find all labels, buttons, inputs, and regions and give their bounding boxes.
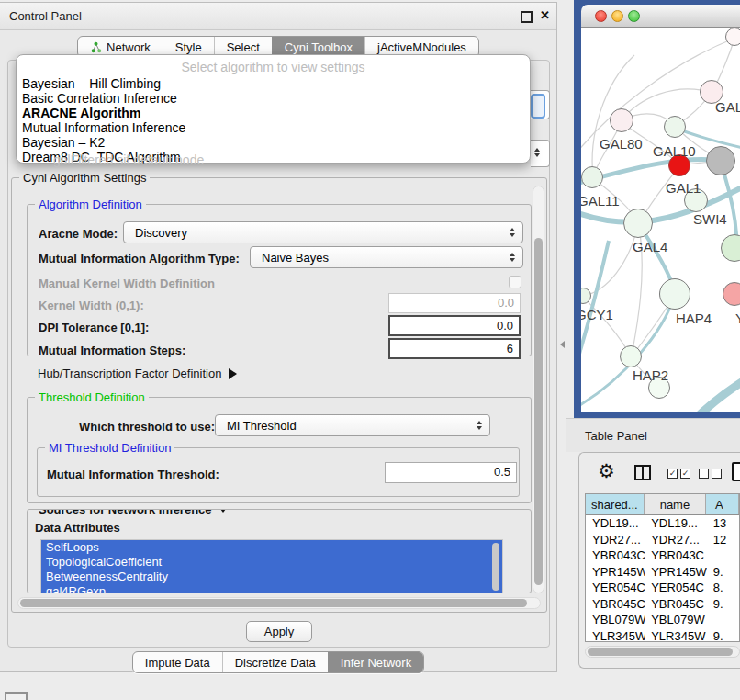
network-node[interactable] <box>581 166 603 188</box>
mi-threshold-definition-group: MI Threshold Definition Mutual Informati… <box>37 447 520 497</box>
scrollbar-thumb[interactable] <box>588 648 733 656</box>
collapse-down-icon[interactable] <box>218 509 229 513</box>
float-window-icon[interactable] <box>521 11 533 23</box>
kernel-width-field[interactable]: 0.0 <box>388 293 521 313</box>
control-panel: Control Panel ✕ Network Style Select Cyn… <box>0 2 557 672</box>
list-item[interactable]: SelfLoops <box>41 540 502 555</box>
popup-item[interactable]: Bayesian – Hill Climbing <box>22 76 161 91</box>
list-item[interactable]: TopologicalCoefficient <box>41 555 502 570</box>
cell: YER054C <box>645 580 707 596</box>
data-attributes-list[interactable]: SelfLoops TopologicalCoefficient Between… <box>40 539 503 593</box>
scrollbar-thumb[interactable] <box>534 238 543 585</box>
window-close-button[interactable] <box>595 10 607 22</box>
network-node[interactable] <box>659 278 690 310</box>
tab-style-label: Style <box>175 40 202 54</box>
network-node[interactable] <box>725 28 740 46</box>
network-node-gray[interactable] <box>706 146 735 175</box>
network-node[interactable] <box>664 116 686 138</box>
cell <box>707 548 739 564</box>
panel-title: Control Panel <box>9 9 82 23</box>
table-horizontal-scrollbar[interactable] <box>585 646 740 658</box>
select-all-columns-icon[interactable]: ✓✓ <box>667 469 690 479</box>
table-row[interactable]: YLR345WYLR345W9. <box>586 628 739 643</box>
network-node-salmon[interactable] <box>723 282 740 306</box>
cell: 9. <box>707 628 739 643</box>
network-window-titlebar[interactable] <box>581 5 740 28</box>
settings-vertical-scrollbar[interactable] <box>533 186 544 593</box>
combo-arrows-icon <box>472 421 487 430</box>
hidden-combo-fragment <box>531 90 550 119</box>
data-attributes-label: Data Attributes <box>35 521 120 535</box>
column-header-shared-name[interactable]: shared... <box>586 494 645 514</box>
mi-threshold-field[interactable]: 0.5 <box>385 462 517 483</box>
cell: YPR145W <box>586 564 645 581</box>
minimized-panel-icon[interactable] <box>5 692 28 700</box>
close-icon[interactable]: ✕ <box>540 8 550 22</box>
algorithm-dropdown-popup: Select algorithm to view settings Bayesi… <box>16 54 531 164</box>
network-window[interactable]: GAL GAL80 GAL10 GAL1 GAL11 SWI4 GAL4 GCY… <box>574 0 740 418</box>
window-zoom-button[interactable] <box>628 10 640 22</box>
file-export-icon[interactable] <box>732 462 740 481</box>
aracne-mode-combo[interactable]: Discovery <box>123 221 523 243</box>
node-table[interactable]: shared... name A YDL19...YDL19...13 YDR2… <box>585 493 740 642</box>
unselect-all-columns-icon[interactable] <box>699 469 722 479</box>
popup-item[interactable]: Mutual Information Inference <box>22 120 185 135</box>
gear-icon[interactable]: ⚙ <box>598 460 615 482</box>
list-scrollbar-thumb[interactable] <box>492 543 499 591</box>
tab-infer-network[interactable]: Infer Network <box>328 652 423 672</box>
scrollbar-thumb[interactable] <box>20 599 527 607</box>
sources-legend: Sources for Network Inference <box>35 509 232 516</box>
tab-cyni-toolbox-label: Cyni Toolbox <box>285 40 353 54</box>
popup-item-selected[interactable]: ARACNE Algorithm <box>22 106 140 120</box>
control-panel-titlebar: Control Panel ✕ <box>0 3 556 30</box>
table-row[interactable]: YER054CYER054C8. <box>586 580 739 596</box>
cell: 9. <box>707 564 739 581</box>
expand-right-icon[interactable] <box>229 368 237 379</box>
mi-steps-field[interactable]: 6 <box>388 338 521 359</box>
list-item[interactable]: BetweennessCentrality <box>41 570 502 584</box>
hub-transcription-factor-section[interactable]: Hub/Transcription Factor Definition <box>38 367 237 380</box>
cell: YBL079W <box>645 612 707 628</box>
which-threshold-combo[interactable]: MI Threshold <box>215 414 490 436</box>
manual-kernel-width-checkbox[interactable] <box>509 276 521 288</box>
list-item[interactable]: gal4RGexp <box>41 584 502 593</box>
aracne-mode-value: Discovery <box>124 226 505 240</box>
popup-item[interactable]: Bayesian – K2 <box>22 135 105 150</box>
panel-divider-arrow[interactable] <box>560 341 565 348</box>
table-row[interactable]: YPR145WYPR145W9. <box>586 564 739 581</box>
hub-section-label: Hub/Transcription Factor Definition <box>38 367 221 380</box>
cell: YPR145W <box>645 564 707 581</box>
tab-discretize-data[interactable]: Discretize Data <box>222 652 328 672</box>
apply-button[interactable]: Apply <box>246 621 312 642</box>
table-row[interactable]: YDL19...YDL19...13 <box>586 515 739 532</box>
network-node[interactable] <box>620 345 642 367</box>
mi-algorithm-type-label: Mutual Information Algorithm Type: <box>39 252 240 265</box>
table-panel-header: Table Panel <box>566 418 740 452</box>
column-header-partial[interactable]: A <box>706 494 739 514</box>
tab-infer-network-label: Infer Network <box>341 656 411 670</box>
cell: 12 <box>707 532 739 548</box>
table-panel: ⚙ ✓✓ shared... name A YDL19...YDL19...13… <box>578 452 740 669</box>
dpi-tolerance-field[interactable]: 0.0 <box>388 315 521 336</box>
window-minimize-button[interactable] <box>611 10 623 22</box>
popup-item[interactable]: Basic Correlation Inference <box>22 91 177 106</box>
table-row[interactable]: YBR043CYBR043C <box>586 548 739 564</box>
cell: YDR27... <box>586 532 645 548</box>
network-node[interactable] <box>623 209 653 238</box>
cell <box>707 612 739 628</box>
mi-algorithm-type-combo[interactable]: Naive Bayes <box>250 246 523 268</box>
column-header-name[interactable]: name <box>645 494 706 514</box>
which-threshold-label: Which threshold to use: <box>79 420 215 434</box>
column-browser-icon[interactable] <box>634 465 651 480</box>
table-row[interactable]: YBR045CYBR045C9. <box>586 596 739 613</box>
network-node[interactable] <box>610 108 633 132</box>
cell: YDL19... <box>586 515 645 532</box>
tab-discretize-data-label: Discretize Data <box>235 656 316 670</box>
settings-horizontal-scrollbar[interactable] <box>17 597 541 609</box>
table-header-row: shared... name A <box>586 494 739 515</box>
tab-impute-data[interactable]: Impute Data <box>133 652 222 672</box>
table-row[interactable]: YDR27...YDR27...12 <box>586 532 739 548</box>
table-row[interactable]: YBL079WYBL079W <box>586 612 739 628</box>
network-canvas[interactable]: GAL GAL80 GAL10 GAL1 GAL11 SWI4 GAL4 GCY… <box>581 28 740 412</box>
cell: 8. <box>707 580 739 596</box>
